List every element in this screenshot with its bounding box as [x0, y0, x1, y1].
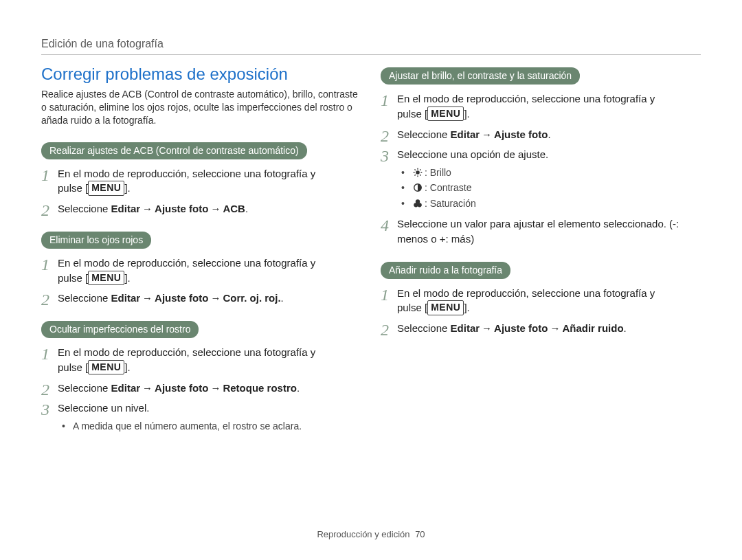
step-text: Seleccione un nivel. [58, 402, 149, 414]
steps-redeye: En el modo de reproducción, seleccione u… [41, 256, 361, 306]
pill-face: Ocultar imperfecciones del rostro [41, 321, 199, 338]
step-item: En el modo de reproducción, seleccione u… [41, 166, 361, 197]
saturation-icon [412, 199, 423, 208]
bold-text: Ajuste foto [494, 322, 548, 334]
pill-acb: Realizar ajustes de ACB (Control de cont… [41, 142, 307, 159]
step-item: Seleccione Editar→Ajuste foto. [381, 127, 701, 142]
arrow: → [140, 292, 155, 304]
select-prefix: Seleccione [58, 382, 111, 394]
arrow: → [480, 128, 494, 140]
step-item: Seleccione un nivel. A medida que el núm… [41, 401, 361, 434]
opt-label: : Saturación [425, 198, 476, 209]
page-number: 70 [415, 529, 425, 539]
step-item: En el modo de reproducción, seleccione u… [41, 345, 361, 375]
bold-text: Ajuste foto [155, 382, 208, 394]
sub-item: A medida que el número aumenta, el rostr… [60, 418, 361, 434]
bold-text: Editar [451, 128, 480, 140]
bracket: ] [124, 272, 127, 284]
step-text: Seleccione una opción de ajuste. [397, 148, 548, 160]
bold-text: Añadir ruido [562, 322, 623, 334]
steps-acb: En el modo de reproducción, seleccione u… [41, 166, 361, 216]
pill-redeye: Eliminar los ojos rojos [41, 232, 151, 249]
svg-point-12 [417, 203, 421, 207]
step-text: Seleccione un valor para ajustar el elem… [397, 218, 679, 245]
step-item: Seleccione Editar→Ajuste foto→Retoque ro… [41, 381, 361, 396]
step-item: En el modo de reproducción, seleccione u… [381, 91, 701, 122]
bold-text: Editar [111, 203, 141, 214]
select-prefix: Seleccione [58, 203, 111, 214]
select-prefix: Seleccione [397, 322, 451, 334]
sub-item: : Contraste [400, 180, 701, 195]
step-text: En el modo de reproducción, seleccione u… [58, 346, 315, 358]
right-column: Ajustar el brillo, el contraste y la sat… [381, 65, 701, 449]
bold-text: Ajuste foto [155, 203, 208, 214]
arrow: → [548, 322, 562, 334]
svg-line-6 [420, 175, 420, 175]
step-text: En el modo de reproducción, seleccione u… [397, 93, 655, 104]
bold-text: Retoque rostro [223, 382, 297, 394]
opt-label: : Brillo [425, 167, 451, 178]
menu-button: MENU [88, 271, 124, 285]
steps-face: En el modo de reproducción, seleccione u… [41, 345, 361, 434]
select-prefix: Seleccione [58, 292, 111, 304]
pill-noise: Añadir ruido a la fotografía [381, 262, 510, 279]
footer-text: Reproducción y edición [317, 529, 409, 539]
arrow: → [208, 382, 223, 394]
pill-bcs: Ajustar el brillo, el contraste y la sat… [381, 67, 580, 85]
page-container: Edición de una fotografía Corregir probl… [0, 0, 742, 560]
svg-line-8 [414, 175, 415, 175]
svg-point-0 [416, 170, 420, 175]
pulse-text: pulse [397, 302, 425, 313]
steps-bcs: En el modo de reproducción, seleccione u… [381, 91, 701, 247]
bold-text: Ajuste foto [494, 128, 548, 140]
svg-line-7 [420, 169, 420, 170]
bracket: ] [464, 302, 466, 313]
pulse-text: pulse [58, 182, 85, 194]
step-item: Seleccione un valor para ajustar el elem… [381, 216, 701, 247]
step-item: En el modo de reproducción, seleccione u… [381, 286, 701, 316]
sub-item: : Brillo [400, 165, 701, 180]
menu-button: MENU [427, 107, 464, 121]
step-item: Seleccione una opción de ajuste. : Brill… [381, 147, 701, 211]
sub-list: A medida que el número aumenta, el rostr… [58, 418, 361, 434]
arrow: → [208, 292, 223, 304]
opt-label: : Contraste [425, 182, 471, 193]
steps-noise: En el modo de reproducción, seleccione u… [381, 286, 701, 336]
bold-text: Editar [111, 382, 141, 394]
step-item: Seleccione Editar→Ajuste foto→Corr. oj. … [41, 291, 361, 306]
bracket: ] [124, 361, 127, 373]
step-text: En el modo de reproducción, seleccione u… [397, 287, 655, 299]
step-item: En el modo de reproducción, seleccione u… [41, 256, 361, 286]
sub-item: : Saturación [400, 196, 701, 211]
step-text: En el modo de reproducción, seleccione u… [58, 168, 315, 179]
arrow: → [208, 203, 223, 214]
brightness-icon [412, 168, 423, 177]
bold-text: ACB [223, 203, 245, 214]
bold-text: Editar [111, 292, 141, 304]
sub-list: : Brillo : Contraste : Saturación [397, 165, 701, 211]
bracket: ] [124, 182, 127, 194]
intro-text: Realice ajustes de ACB (Control de contr… [41, 88, 361, 127]
pulse-text: pulse [397, 108, 425, 120]
left-column: Corregir problemas de exposición Realice… [41, 65, 361, 449]
menu-button: MENU [88, 360, 124, 374]
bracket: ] [464, 108, 466, 120]
section-title: Corregir problemas de exposición [41, 65, 361, 84]
step-item: Seleccione Editar→Ajuste foto→ACB. [41, 201, 361, 216]
step-text: En el modo de reproducción, seleccione u… [58, 257, 315, 269]
bold-text: Corr. oj. roj. [223, 292, 280, 304]
pulse-text: pulse [58, 361, 85, 373]
columns: Corregir problemas de exposición Realice… [41, 65, 701, 449]
menu-button: MENU [88, 181, 124, 195]
page-footer: Reproducción y edición 70 [0, 529, 742, 539]
svg-line-5 [414, 169, 415, 170]
divider [41, 54, 701, 55]
arrow: → [140, 382, 155, 394]
arrow: → [480, 322, 494, 334]
select-prefix: Seleccione [397, 128, 451, 140]
step-item: Seleccione Editar→Ajuste foto→Añadir rui… [381, 321, 701, 336]
pulse-text: pulse [58, 272, 85, 284]
arrow: → [140, 203, 155, 214]
bold-text: Editar [451, 322, 480, 334]
breadcrumb: Edición de una fotografía [41, 38, 701, 50]
